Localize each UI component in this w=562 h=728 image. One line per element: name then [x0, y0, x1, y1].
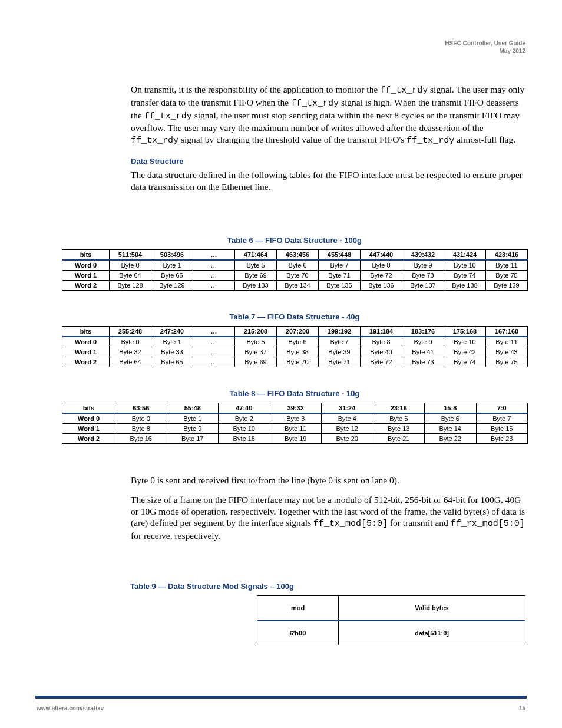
cell: Byte 9 — [167, 424, 219, 434]
cell: Word 2 — [62, 357, 110, 367]
cell: … — [193, 347, 235, 357]
cell: Byte 10 — [444, 260, 486, 271]
col-header: 471:464 — [235, 250, 277, 261]
text: On transmit, it is the responsibility of… — [131, 84, 380, 94]
cell: Byte 5 — [235, 337, 277, 347]
col-header: 183:176 — [402, 327, 444, 337]
cell: Word 0 — [62, 260, 110, 271]
table-row: 6'h00 data[511:0] — [257, 621, 525, 645]
col-header: 503:496 — [151, 250, 193, 261]
section-data-structure: Data Structure — [131, 157, 525, 166]
cell: Byte 64 — [110, 357, 151, 367]
signal-ff_tx_rdy: ff_tx_rdy — [380, 85, 428, 95]
col-header: 31:24 — [322, 403, 373, 414]
cell: Byte 70 — [277, 271, 319, 281]
cell: Byte 9 — [402, 337, 444, 347]
cell: Byte 43 — [486, 347, 528, 357]
cell: Byte 65 — [151, 357, 193, 367]
cell: Byte 71 — [319, 271, 361, 281]
table-header-row: bits 255:248 247:240 … 215:208 207:200 1… — [62, 327, 528, 337]
cell: Byte 11 — [486, 337, 528, 347]
table-row: Word 0 Byte 0 Byte 1 Byte 2 Byte 3 Byte … — [62, 413, 528, 424]
cell: Byte 32 — [110, 347, 151, 357]
col-header: 191:184 — [361, 327, 402, 337]
table-row: Word 1 Byte 32 Byte 33 … Byte 37 Byte 38… — [62, 347, 528, 357]
col-header: 511:504 — [110, 250, 151, 261]
cell: Byte 133 — [235, 281, 277, 291]
cell: Byte 16 — [115, 434, 167, 444]
cell: Word 1 — [62, 424, 115, 434]
col-header: Valid bytes — [339, 596, 525, 621]
cell: Byte 9 — [402, 260, 444, 271]
cell: Byte 14 — [425, 424, 477, 434]
table9: mod Valid bytes 6'h00 data[511:0] — [257, 595, 525, 645]
cell: Byte 72 — [361, 271, 402, 281]
cell: Byte 7 — [476, 413, 528, 424]
cell: Byte 6 — [425, 413, 477, 424]
cell: Byte 21 — [373, 434, 425, 444]
cell: Byte 136 — [361, 281, 402, 291]
col-header: mod — [257, 596, 339, 621]
cell: Byte 40 — [361, 347, 402, 357]
col-header: 15:8 — [425, 403, 477, 414]
cell: Byte 11 — [270, 424, 322, 434]
paragraph-data-structure: The data structure defined in the follow… — [131, 169, 525, 192]
cell: Byte 129 — [151, 281, 193, 291]
table9-title: Table 9 — Data Structure Mod Signals – 1… — [130, 582, 525, 591]
cell: … — [193, 357, 235, 367]
cell: Word 2 — [62, 434, 115, 444]
body-text: On transmit, it is the responsibility of… — [131, 84, 525, 200]
col-header: 47:40 — [219, 403, 270, 414]
col-header: … — [193, 327, 235, 337]
cell: Byte 64 — [110, 271, 151, 281]
col-header: 423:416 — [486, 250, 528, 261]
cell: Word 0 — [62, 413, 115, 424]
table-row: Word 2 Byte 64 Byte 65 … Byte 69 Byte 70… — [62, 357, 528, 367]
table7-block: Table 7 — FIFO Data Structure - 40g bits… — [62, 312, 527, 367]
table-row: Word 2 Byte 16 Byte 17 Byte 18 Byte 19 B… — [62, 434, 528, 444]
col-header: 167:160 — [486, 327, 528, 337]
table-row: Word 0 Byte 0 Byte 1 … Byte 5 Byte 6 Byt… — [62, 337, 528, 347]
cell: Byte 3 — [270, 413, 322, 424]
col-header: 455:448 — [319, 250, 361, 261]
cell: Byte 8 — [115, 424, 167, 434]
cell: Byte 41 — [402, 347, 444, 357]
signal-ff_tx_rdy: ff_tx_rdy — [406, 136, 454, 146]
cell: Byte 12 — [322, 424, 373, 434]
cell: Byte 69 — [235, 271, 277, 281]
text: almost-full flag. — [454, 134, 515, 144]
cell: Byte 17 — [167, 434, 219, 444]
cell: Byte 7 — [319, 337, 361, 347]
col-header: 175:168 — [444, 327, 486, 337]
cell: Byte 8 — [361, 260, 402, 271]
col-header: 55:48 — [167, 403, 219, 414]
cell: Byte 137 — [402, 281, 444, 291]
cell: … — [193, 281, 235, 291]
cell: Word 2 — [62, 281, 110, 291]
cell: Byte 4 — [322, 413, 373, 424]
cell: 6'h00 — [257, 621, 339, 645]
cell: Byte 5 — [373, 413, 425, 424]
cell: Byte 0 — [110, 260, 151, 271]
cell: Byte 39 — [319, 347, 361, 357]
cell: Byte 7 — [319, 260, 361, 271]
signal-ff_tx_rdy: ff_tx_rdy — [131, 136, 178, 146]
text: for receive, respectively. — [131, 531, 220, 541]
table6-block: Table 6 — FIFO Data Structure - 100g bit… — [62, 236, 527, 291]
col-header: 199:192 — [319, 327, 361, 337]
signal-ff_rx_mod: ff_rx_mod[5:0] — [451, 519, 525, 529]
paragraph-transmit: On transmit, it is the responsibility of… — [131, 84, 525, 146]
cell: … — [193, 260, 235, 271]
cell: Byte 71 — [319, 357, 361, 367]
col-header: 207:200 — [277, 327, 319, 337]
page: { "header": { "title": "HSEC Controller,… — [0, 0, 562, 728]
cell: Byte 5 — [235, 260, 277, 271]
cell: Byte 135 — [319, 281, 361, 291]
col-header: bits — [62, 403, 115, 414]
table-header-row: mod Valid bytes — [257, 596, 525, 621]
cell: Byte 11 — [486, 260, 528, 271]
table7: bits 255:248 247:240 … 215:208 207:200 1… — [62, 326, 528, 367]
col-header: 7:0 — [476, 403, 528, 414]
cell: Byte 37 — [235, 347, 277, 357]
col-header: 23:16 — [373, 403, 425, 414]
